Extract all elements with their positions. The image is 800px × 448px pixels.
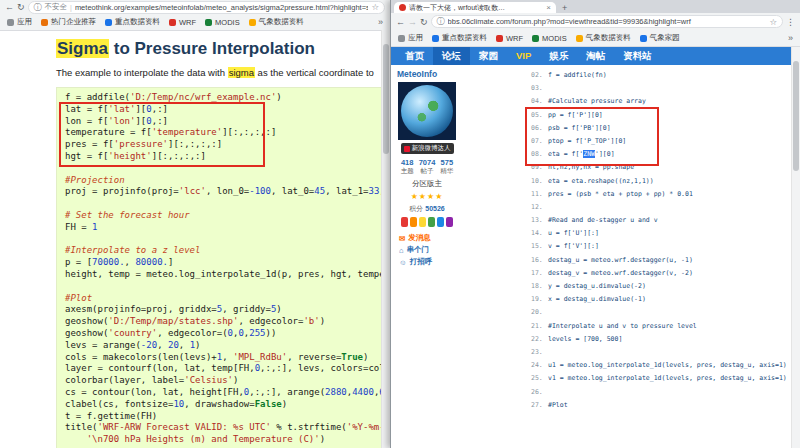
forum-nav-item[interactable]: 首页 — [396, 47, 433, 65]
line-number: 20. — [531, 306, 548, 319]
post-code-line: 22.levels = [700, 500] — [531, 333, 800, 346]
security-label: 不安全 — [45, 2, 68, 12]
back-icon[interactable]: ← — [5, 2, 14, 12]
stat-item[interactable]: 575精华 — [440, 158, 453, 176]
score-value: 50526 — [425, 205, 444, 212]
line-number: 21. — [531, 320, 548, 333]
right-page-scrollbar[interactable] — [791, 47, 800, 448]
bookmark-favicon — [576, 35, 583, 42]
line-number: 04. — [531, 95, 548, 108]
line-text: destag_u = meteo.wrf.destagger(u, -1) — [548, 256, 693, 264]
post-code-line: 24.u1 = meteo.log_interpolate_1d(levels,… — [531, 359, 800, 372]
bookmark-item[interactable]: 重点数据资料 — [432, 33, 487, 43]
refresh-icon[interactable]: ↻ — [17, 2, 25, 12]
forum-nav-item[interactable]: 论坛 — [433, 47, 470, 65]
bookmark-item[interactable]: 重点数据资料 — [105, 17, 160, 27]
user-role: 分区版主 — [412, 179, 442, 189]
forward-icon[interactable]: → — [408, 17, 417, 27]
bookmark-item[interactable]: MODIS — [532, 34, 567, 43]
code-line: f = addfile('D:/Temp/nc/wrf_example.nc') — [65, 92, 390, 104]
profile-action-link[interactable]: ✉发消息 — [399, 233, 432, 243]
bookmark-item[interactable]: 应用 — [398, 33, 423, 43]
right-toolbar: ← → ↻ ⓘ bbs.06climate.com/forum.php?mod=… — [391, 13, 800, 30]
line-number: 19. — [531, 293, 548, 306]
bookmark-item[interactable]: 应用 — [7, 17, 32, 27]
menu-icon[interactable]: ⋮ — [786, 17, 795, 27]
post-code-line: 21.#Interpolate u and v to pressure leve… — [531, 320, 800, 333]
post-code-line: 19.x = destag_u.dimvalue(-1) — [531, 293, 800, 306]
left-address-bar[interactable]: ⓘ 不安全 | meteothink.org/examples/meteoinf… — [28, 1, 385, 14]
code-line: cs = contour(lon, lat, height[FH,0,:,:],… — [65, 387, 390, 399]
forum-nav-item[interactable]: 资料站 — [614, 47, 661, 65]
code-line: height, temp = meteo.log_interpolate_1d(… — [65, 269, 390, 281]
forum-nav-item[interactable]: 淘帖 — [577, 47, 614, 65]
bookmark-label: WRF — [179, 18, 196, 27]
line-text: psb = f['PB'][0] — [548, 124, 611, 132]
refresh-icon[interactable]: ↻ — [420, 17, 428, 27]
profile-action-link[interactable]: ☺打招呼 — [399, 257, 432, 267]
back-icon[interactable]: ← — [396, 17, 405, 27]
bookmark-star-icon[interactable]: ☆ — [371, 2, 379, 12]
username-link[interactable]: MeteoInfo — [395, 69, 437, 79]
post-code-line: 27.#Plot — [531, 399, 800, 412]
code-line: t = f.gettime(FH) — [65, 411, 390, 423]
line-text: #Read and de-stagger u and v — [548, 216, 658, 224]
bookmark-favicon — [105, 19, 112, 26]
code-line: #Interpolate to a z level — [65, 245, 390, 257]
right-address-bar[interactable]: ⓘ bbs.06climate.com/forum.php?mod=viewth… — [431, 15, 783, 28]
bookmark-label: WRF — [506, 34, 523, 43]
bookmark-star-icon[interactable]: ☆ — [769, 17, 777, 27]
score-label: 积分 — [409, 205, 423, 212]
profile-action-link[interactable]: ⌂串个门 — [399, 245, 432, 255]
line-text: y = destag_u.dimvalue(-2) — [548, 282, 646, 290]
bookmark-label: 热门企业推荐 — [51, 17, 96, 27]
stat-item[interactable]: 7074帖子 — [419, 158, 436, 176]
post-code-line: 04.#Calculate pressure array — [531, 95, 800, 108]
left-browser-window: ← ↻ ⓘ 不安全 | meteothink.org/examples/mete… — [0, 0, 390, 448]
scrollbar-thumb[interactable] — [793, 61, 799, 171]
bookmark-item[interactable]: 热门企业推荐 — [41, 17, 96, 27]
bookmarks-overflow-icon[interactable]: » — [378, 17, 383, 27]
forum-nav-item[interactable]: 家园 — [470, 47, 507, 65]
page-info-icon[interactable]: ⓘ — [34, 2, 42, 13]
weibo-icon — [404, 146, 410, 152]
bookmark-label: 应用 — [17, 17, 32, 27]
post-code-line: 03. — [531, 82, 800, 95]
line-number: 24. — [531, 359, 548, 372]
stat-item[interactable]: 418主题 — [401, 158, 414, 176]
medal-icon — [428, 217, 435, 227]
post-code-line: 20. — [531, 306, 800, 319]
line-number: 22. — [531, 333, 548, 346]
line-number: 03. — [531, 82, 548, 95]
line-number: 23. — [531, 346, 548, 359]
bookmark-item[interactable]: 气象数据资料 — [576, 33, 631, 43]
bookmarks-overflow-icon[interactable]: » — [788, 33, 793, 43]
post-code-line: 02.f = addfile(fn) — [531, 69, 800, 82]
bookmark-item[interactable]: MODIS — [205, 18, 240, 27]
line-text: destag_v = meteo.wrf.destagger(v, -2) — [548, 269, 693, 277]
user-avatar[interactable] — [398, 82, 456, 140]
post-code-line: 13.#Read and de-stagger u and v — [531, 214, 800, 227]
bookmark-item[interactable]: WRF — [169, 18, 196, 27]
bookmark-item[interactable]: 气象家园 — [640, 33, 680, 43]
left-page-scrollbar[interactable] — [381, 30, 390, 448]
bookmark-item[interactable]: 气象数据资料 — [249, 17, 304, 27]
post-code-line: 06.psb = f['PB'][0] — [531, 122, 800, 135]
new-tab-button[interactable]: + — [562, 3, 567, 13]
scrollbar-thumb[interactable] — [383, 44, 389, 154]
article-title-rest: to Pressure Interpolation — [109, 39, 315, 58]
medal-icon — [419, 217, 426, 227]
bookmark-favicon — [169, 19, 176, 26]
active-tab[interactable]: 请教一下大佬，wrfout读取数… × — [394, 2, 556, 13]
page-info-icon[interactable]: ⓘ — [437, 16, 445, 27]
forum-nav-item[interactable]: VIP — [507, 47, 540, 65]
bookmark-label: MODIS — [542, 34, 567, 43]
forum-nav-item[interactable]: 娱乐 — [540, 47, 577, 65]
bookmark-item[interactable]: WRF — [496, 34, 523, 43]
right-browser-window: 请教一下大佬，wrfout读取数… × + ← → ↻ ⓘ bbs.06clim… — [390, 0, 800, 448]
bookmark-label: 气象家园 — [650, 33, 680, 43]
code-line: clabel(cs, fontsize=10, drawshadow=False… — [65, 399, 390, 411]
close-tab-icon[interactable]: × — [546, 3, 551, 12]
post-code-line: 17.destag_v = meteo.wrf.destagger(v, -2) — [531, 267, 800, 280]
code-line: levs = arange(-20, 20, 1) — [65, 340, 390, 352]
